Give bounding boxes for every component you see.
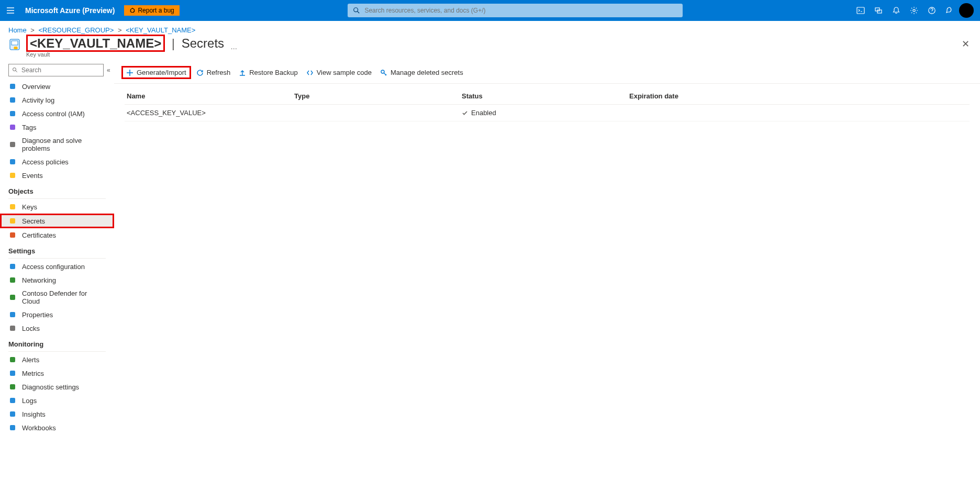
resource-type-label: Key vault <box>26 51 224 58</box>
sidebar-item-events[interactable]: Events <box>0 169 114 182</box>
sidebar-item-workbooks[interactable]: Workbooks <box>0 421 114 434</box>
code-icon <box>306 69 314 76</box>
svg-rect-9 <box>12 41 18 45</box>
sidebar-item-label: Activity log <box>22 96 54 104</box>
sidebar-item-label: Secrets <box>22 217 45 225</box>
feedback-icon[interactable] <box>945 6 954 15</box>
breadcrumb-key-vault[interactable]: <KEY_VAULT_NAME> <box>126 26 195 34</box>
sidebar-item-activity-log[interactable]: Activity log <box>0 93 114 107</box>
sidebar-item-secrets[interactable]: Secrets <box>0 214 114 228</box>
view-sample-code-label: View sample code <box>317 69 372 76</box>
cloud-shell-icon[interactable] <box>856 6 865 15</box>
resource-sidebar: « OverviewActivity logAccess control (IA… <box>0 62 114 502</box>
settings-icon[interactable] <box>910 6 918 15</box>
sidebar-item-properties[interactable]: Properties <box>0 308 114 321</box>
generate-import-button[interactable]: Generate/Import <box>121 66 191 79</box>
refresh-button[interactable]: Refresh <box>196 69 231 76</box>
svg-rect-23 <box>10 264 15 269</box>
alerts-icon <box>8 355 17 364</box>
brand-label[interactable]: Microsoft Azure (Preview) <box>25 6 115 15</box>
report-bug-label: Report a bug <box>138 7 174 14</box>
svg-rect-32 <box>10 411 15 417</box>
key-icon <box>380 69 387 76</box>
svg-rect-10 <box>14 47 17 49</box>
sidebar-item-diagnostic-settings[interactable]: Diagnostic settings <box>0 380 114 394</box>
logs-icon <box>8 396 17 405</box>
manage-deleted-secrets-label: Manage deleted secrets <box>391 69 463 76</box>
sidebar-item-label: Certificates <box>22 231 56 239</box>
sidebar-item-overview[interactable]: Overview <box>0 80 114 93</box>
sidebar-search[interactable] <box>8 64 104 76</box>
col-header-expiration[interactable]: Expiration date <box>629 92 967 100</box>
sidebar-search-input[interactable] <box>21 66 100 74</box>
col-header-name[interactable]: Name <box>127 92 294 100</box>
svg-rect-29 <box>10 371 15 376</box>
global-search[interactable] <box>348 4 683 17</box>
svg-rect-15 <box>10 111 15 116</box>
sidebar-item-networking[interactable]: Networking <box>0 273 114 287</box>
view-sample-code-button[interactable]: View sample code <box>306 69 372 76</box>
title-more-icon[interactable]: … <box>230 43 237 51</box>
collapse-sidebar-icon[interactable]: « <box>107 66 110 74</box>
report-bug-button[interactable]: Report a bug <box>124 5 179 16</box>
svg-rect-31 <box>10 398 15 403</box>
breadcrumb-home[interactable]: Home <box>8 26 27 34</box>
sidebar-item-logs[interactable]: Logs <box>0 394 114 407</box>
diagnose-icon <box>8 140 17 149</box>
sidebar-item-access-policies[interactable]: Access policies <box>0 155 114 169</box>
nav-group-title: Objects <box>0 182 114 197</box>
page-title-row: <KEY_VAULT_NAME> | Secrets Key vault … ✕ <box>0 36 980 62</box>
cell-status: Enabled <box>462 109 629 117</box>
locks-icon <box>8 324 17 332</box>
sidebar-item-alerts[interactable]: Alerts <box>0 353 114 366</box>
user-avatar[interactable] <box>959 3 974 18</box>
svg-point-11 <box>13 68 16 71</box>
col-header-status[interactable]: Status <box>462 92 629 100</box>
breadcrumb-sep: > <box>118 26 122 34</box>
svg-rect-24 <box>10 277 15 283</box>
svg-point-6 <box>913 9 915 12</box>
header-icon-tray <box>856 6 954 15</box>
refresh-label: Refresh <box>207 69 231 76</box>
sidebar-item-label: Workbooks <box>22 424 56 432</box>
svg-rect-14 <box>10 97 15 103</box>
nav-group-title: Settings <box>0 242 114 257</box>
close-blade-icon[interactable]: ✕ <box>960 36 972 52</box>
command-bar: Generate/Import Refresh Restore Backup V… <box>114 62 980 84</box>
sidebar-item-label: Networking <box>22 276 56 284</box>
svg-point-1 <box>354 8 358 12</box>
sidebar-item-insights[interactable]: Insights <box>0 407 114 421</box>
sidebar-item-certificates[interactable]: Certificates <box>0 228 114 242</box>
sidebar-item-access-configuration[interactable]: Access configuration <box>0 260 114 273</box>
table-row[interactable]: <ACCESS_KEY_VALUE>Enabled <box>125 105 970 121</box>
hamburger-icon[interactable] <box>6 6 17 15</box>
sidebar-item-keys[interactable]: Keys <box>0 200 114 214</box>
sidebar-item-access-control-iam-[interactable]: Access control (IAM) <box>0 107 114 120</box>
svg-point-0 <box>131 8 135 13</box>
activity-log-icon <box>8 96 17 104</box>
sidebar-item-contoso-defender-for-cloud[interactable]: Contoso Defender for Cloud <box>0 287 114 308</box>
sidebar-item-tags[interactable]: Tags <box>0 120 114 134</box>
manage-deleted-secrets-button[interactable]: Manage deleted secrets <box>380 69 463 76</box>
properties-icon <box>8 310 17 319</box>
breadcrumb-resource-group[interactable]: <RESOURCE_GROUP> <box>39 26 114 34</box>
directories-icon[interactable] <box>874 6 883 15</box>
col-header-type[interactable]: Type <box>294 92 462 100</box>
cell-expiration <box>629 109 967 117</box>
certificates-icon <box>8 231 17 239</box>
restore-backup-label: Restore Backup <box>249 69 298 76</box>
sidebar-item-metrics[interactable]: Metrics <box>0 366 114 380</box>
notifications-icon[interactable] <box>892 6 900 15</box>
help-icon[interactable] <box>928 6 936 15</box>
workbooks-icon <box>8 423 17 432</box>
sidebar-item-diagnose-and-solve-problems[interactable]: Diagnose and solve problems <box>0 134 114 155</box>
restore-backup-button[interactable]: Restore Backup <box>239 69 298 76</box>
top-header: Microsoft Azure (Preview) Report a bug <box>0 0 980 21</box>
global-search-input[interactable] <box>364 7 677 14</box>
svg-rect-30 <box>10 384 15 389</box>
search-icon <box>12 67 18 73</box>
sidebar-item-locks[interactable]: Locks <box>0 321 114 335</box>
svg-rect-3 <box>857 7 864 14</box>
iam-icon <box>8 109 17 118</box>
svg-rect-28 <box>10 357 15 362</box>
